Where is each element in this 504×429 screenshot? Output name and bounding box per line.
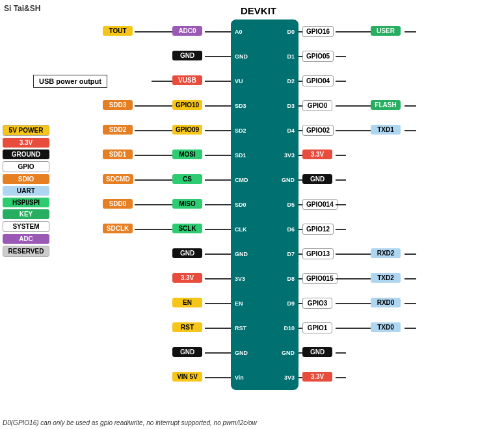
- connector-line: [298, 229, 302, 230]
- chip-pin-right: D2: [287, 78, 295, 84]
- chip-pin-left: SD0: [235, 202, 246, 208]
- right-pin-1: GPIO1: [302, 322, 332, 333]
- connector-line: [205, 278, 231, 280]
- end-line: [405, 105, 416, 107]
- chip-pin-left: A0: [235, 29, 243, 35]
- connector-line: [205, 204, 231, 205]
- chip-pin-right: GND: [282, 177, 295, 183]
- left-pin-2: SDD1: [103, 150, 133, 159]
- usb-power-label: USB power output: [33, 75, 107, 88]
- connector-line: [298, 278, 302, 280]
- right-pin-1: GPIO02: [302, 125, 334, 136]
- left-pin-1: ADC0: [172, 26, 202, 36]
- legend-3v3: 3.3V: [3, 138, 49, 148]
- connector-line: [205, 130, 231, 131]
- left-pin-2: TOUT: [103, 26, 133, 36]
- right-pin-1: GPIO014: [302, 199, 338, 210]
- end-line: [336, 204, 346, 205]
- connector-line: [205, 105, 231, 107]
- connector-line: [298, 179, 302, 181]
- right-pin-2: RXD2: [371, 248, 401, 258]
- right-pin-1: GPIO13: [302, 248, 334, 259]
- end-line: [405, 303, 416, 304]
- chip-row: RSTD10: [231, 316, 298, 341]
- connector-line: [135, 179, 172, 181]
- left-pin-2: SDCMD: [103, 174, 133, 184]
- connector-line: [205, 328, 231, 329]
- connector-line: [205, 377, 231, 378]
- end-line: [405, 254, 416, 255]
- right-pin-2: TXD1: [371, 125, 401, 135]
- legend-sdio: SDIO: [3, 174, 49, 184]
- chip-pin-right: D10: [284, 325, 295, 332]
- usb-arrow-line: [152, 81, 172, 82]
- connector-line: [336, 105, 371, 107]
- watermark: Si Tai&SH: [4, 4, 40, 13]
- right-pin-1: GPIO3: [302, 298, 332, 309]
- left-pin-2: SDD2: [103, 125, 133, 135]
- left-pin-1: VIN 5V: [172, 372, 202, 382]
- connector-line: [336, 328, 371, 329]
- connector-line: [298, 81, 302, 82]
- end-line: [336, 81, 346, 82]
- left-pin-1: SCLK: [172, 224, 202, 233]
- end-line: [405, 31, 416, 32]
- right-pin-1: GPIO04: [302, 75, 334, 86]
- end-line: [336, 179, 346, 181]
- footer-note: D0(GPIO16) can only be used as gpio read…: [3, 419, 257, 426]
- connector-line: [298, 352, 302, 354]
- chip-pin-left: 3V3: [235, 276, 245, 282]
- left-pin-1: GND: [172, 248, 202, 258]
- chip-pin-left: GND: [235, 350, 248, 356]
- chip-pin-right: D1: [287, 53, 295, 60]
- chip-row: A0D0: [231, 20, 298, 44]
- connector-line: [298, 56, 302, 57]
- chip-row: VUD2: [231, 69, 298, 94]
- connector-line: [205, 31, 231, 32]
- left-pin-1: VUSB: [172, 75, 202, 85]
- connector-line: [336, 31, 371, 32]
- chip-row: CMDGND: [231, 168, 298, 192]
- chip-pin-left: SD2: [235, 127, 246, 134]
- left-pin-1: GPIO09: [172, 125, 202, 135]
- legend-adc: ADC: [3, 234, 49, 244]
- right-pin-2: FLASH: [371, 100, 401, 110]
- chip-row: 3V3D8: [231, 266, 298, 291]
- left-pin-2: SDD0: [103, 199, 133, 209]
- connector-line: [135, 229, 172, 230]
- connector-line: [205, 352, 231, 354]
- connector-line: [298, 155, 302, 156]
- right-pin-1: GND: [302, 174, 332, 184]
- chip-pin-right: D0: [287, 29, 295, 35]
- chip-pin-right: D5: [287, 202, 295, 208]
- chip-pin-left: EN: [235, 300, 243, 307]
- chip-pin-right: D3: [287, 103, 295, 109]
- chip-pin-left: GND: [235, 53, 248, 60]
- chip-pin-right: D9: [287, 300, 295, 307]
- connector-line: [298, 105, 302, 107]
- right-pin-2: TXD0: [371, 322, 401, 332]
- chip-pin-right: 3V3: [284, 152, 295, 159]
- end-line: [405, 328, 416, 329]
- right-pin-2: TXD2: [371, 273, 401, 283]
- right-pin-1: GPIO015: [302, 273, 338, 284]
- chip-pin-right: D4: [287, 127, 295, 134]
- left-pin-1: MISO: [172, 199, 202, 209]
- end-line: [336, 352, 346, 354]
- connector-line: [135, 155, 172, 156]
- connector-line: [205, 254, 231, 255]
- end-line: [336, 377, 346, 378]
- connector-line: [205, 179, 231, 181]
- connector-line: [205, 56, 231, 57]
- left-pin-1: GND: [172, 51, 202, 60]
- right-pin-1: GPIO0: [302, 100, 332, 111]
- chip-row: SD3D3: [231, 94, 298, 118]
- connector-line: [336, 254, 371, 255]
- chip-pin-right: D6: [287, 226, 295, 233]
- end-line: [336, 155, 346, 156]
- left-pin-1: RST: [172, 322, 202, 332]
- chip-pin-left: Vin: [235, 374, 244, 381]
- chip-pin-right: D8: [287, 276, 295, 282]
- connector-line: [205, 81, 231, 82]
- left-pin-1: 3.3V: [172, 273, 202, 283]
